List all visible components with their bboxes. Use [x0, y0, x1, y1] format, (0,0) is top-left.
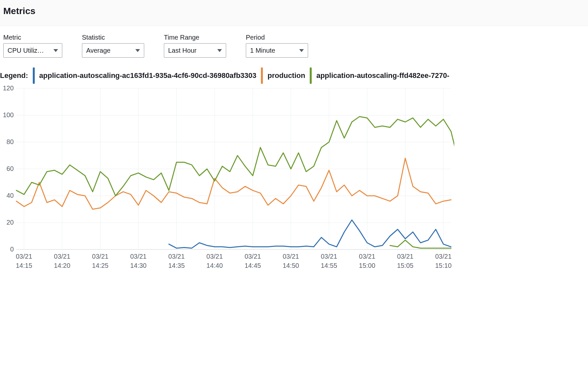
legend-item-label[interactable]: production	[267, 71, 305, 80]
svg-text:03/21: 03/21	[92, 253, 108, 260]
page-header: Metrics	[0, 0, 588, 26]
svg-text:14:15: 14:15	[16, 262, 32, 269]
line-chart: 02040608010012003/2114:1503/2114:2003/21…	[2, 86, 454, 272]
caret-down-icon	[53, 49, 58, 52]
chart-container: 02040608010012003/2114:1503/2114:2003/21…	[0, 86, 588, 272]
svg-text:03/21: 03/21	[206, 253, 223, 260]
timerange-control: Time Range Last Hour	[164, 34, 226, 58]
svg-text:20: 20	[7, 219, 14, 226]
legend-item-label[interactable]: application-autoscaling-ac163fd1-935a-4c…	[39, 71, 257, 80]
svg-text:03/21: 03/21	[397, 253, 413, 260]
svg-text:03/21: 03/21	[435, 253, 452, 260]
period-select-value: 1 Minute	[250, 47, 275, 54]
svg-text:0: 0	[10, 246, 14, 253]
svg-text:14:35: 14:35	[168, 262, 185, 269]
svg-text:14:45: 14:45	[245, 262, 261, 269]
svg-text:03/21: 03/21	[54, 253, 70, 260]
svg-text:14:25: 14:25	[92, 262, 108, 269]
svg-text:14:50: 14:50	[283, 262, 299, 269]
statistic-label: Statistic	[82, 34, 144, 41]
svg-text:15:00: 15:00	[359, 262, 375, 269]
svg-text:60: 60	[7, 165, 14, 172]
svg-text:14:20: 14:20	[54, 262, 70, 269]
metric-select-value: CPU Utiliz…	[8, 47, 44, 54]
caret-down-icon	[135, 49, 140, 52]
period-label: Period	[246, 34, 308, 41]
svg-text:14:30: 14:30	[130, 262, 147, 269]
timerange-select[interactable]: Last Hour	[164, 43, 226, 58]
svg-text:15:10: 15:10	[435, 262, 452, 269]
caret-down-icon	[217, 49, 222, 52]
svg-text:100: 100	[3, 111, 14, 119]
legend-item-label[interactable]: application-autoscaling-ffd482ee-7270-	[316, 71, 449, 80]
svg-text:80: 80	[7, 138, 14, 145]
legend-swatch	[310, 67, 312, 84]
period-select[interactable]: 1 Minute	[246, 43, 308, 58]
timerange-select-value: Last Hour	[168, 47, 197, 54]
legend-label: Legend:	[0, 71, 28, 80]
metric-control: Metric CPU Utiliz…	[3, 34, 62, 58]
timerange-label: Time Range	[164, 34, 226, 41]
svg-text:40: 40	[7, 192, 14, 199]
period-control: Period 1 Minute	[246, 34, 308, 58]
controls-row: Metric CPU Utiliz… Statistic Average Tim…	[0, 26, 588, 61]
statistic-select-value: Average	[86, 47, 110, 54]
page-title: Metrics	[3, 6, 585, 16]
svg-text:03/21: 03/21	[359, 253, 375, 260]
legend-swatch	[261, 67, 263, 84]
svg-text:03/21: 03/21	[16, 253, 32, 260]
svg-text:03/21: 03/21	[321, 253, 337, 260]
svg-text:14:55: 14:55	[321, 262, 337, 269]
caret-down-icon	[299, 49, 304, 52]
statistic-select[interactable]: Average	[82, 43, 144, 58]
legend: Legend: application-autoscaling-ac163fd1…	[0, 61, 588, 86]
svg-text:03/21: 03/21	[168, 253, 185, 260]
metric-label: Metric	[3, 34, 62, 41]
svg-text:15:05: 15:05	[397, 262, 413, 269]
svg-text:03/21: 03/21	[283, 253, 299, 260]
metric-select[interactable]: CPU Utiliz…	[3, 43, 62, 58]
svg-text:03/21: 03/21	[130, 253, 147, 260]
legend-swatch	[33, 67, 35, 84]
svg-text:14:40: 14:40	[206, 262, 223, 269]
svg-text:120: 120	[3, 86, 14, 92]
statistic-control: Statistic Average	[82, 34, 144, 58]
svg-text:03/21: 03/21	[245, 253, 261, 260]
